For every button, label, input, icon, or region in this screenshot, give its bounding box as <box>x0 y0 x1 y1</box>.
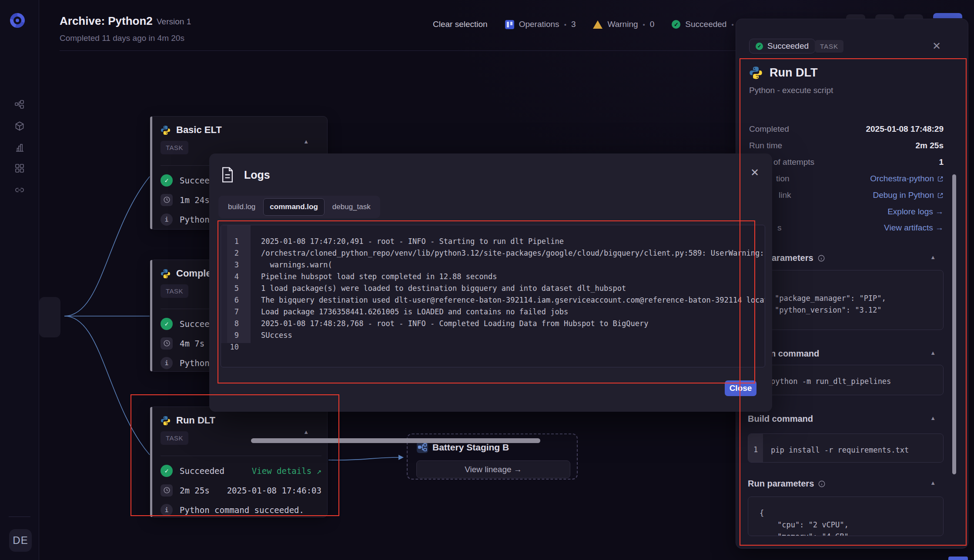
debug-in-python-link[interactable]: Debug in Python <box>873 190 944 200</box>
edge-junction <box>39 297 60 337</box>
clear-selection-button[interactable]: Clear selection <box>433 20 488 29</box>
log-tabs: build.log command.log debug_task <box>218 196 380 218</box>
python-icon <box>161 125 171 135</box>
clock-icon <box>161 484 173 497</box>
version-label: Version 1 <box>157 17 191 27</box>
log-line: 12025-01-08 17:47:20,491 - root - INFO -… <box>221 236 765 247</box>
task-badge: TASK <box>161 141 188 154</box>
hidden-primary-button[interactable] <box>933 13 962 18</box>
grid-icon[interactable] <box>14 163 25 173</box>
app-root: DE Archive: Python2 Version 1 Completed … <box>0 0 974 560</box>
log-line: 10 <box>221 341 765 353</box>
finished-timestamp: 2025-01-08 17:46:03 <box>227 486 321 495</box>
build-command-section-header: Build command <box>748 414 813 424</box>
status-toolbar: Clear selection Operations • 3 Warning •… <box>433 17 777 31</box>
panel-scrollbar[interactable] <box>952 174 956 474</box>
log-line: 3 warnings.warn( <box>221 259 765 271</box>
collapse-icon[interactable]: ▲ <box>930 415 936 421</box>
log-horizontal-scrollbar[interactable] <box>251 438 540 443</box>
operations-filter[interactable]: Operations • 3 <box>505 20 576 29</box>
line-number-gutter: 1 <box>748 434 763 462</box>
python-icon <box>161 269 171 279</box>
collapse-icon[interactable]: ▲ <box>930 350 936 356</box>
info-icon <box>817 254 825 262</box>
run-parameters-section-header: Run parameters <box>748 479 826 489</box>
node-accent-bar <box>150 407 152 517</box>
build-command-code: 1 pip install -r requirements.txt <box>748 433 944 463</box>
chart-icon[interactable] <box>14 142 25 153</box>
log-line: 7Load package 1736358441.6261005 is LOAD… <box>221 306 765 318</box>
succeeded-icon: ✓ <box>672 20 680 29</box>
log-viewer: 12025-01-08 17:47:20,491 - root - INFO -… <box>221 225 765 367</box>
explore-logs-link[interactable]: Explore logs → <box>887 207 944 217</box>
close-button[interactable]: Close <box>725 380 756 396</box>
link-icon[interactable] <box>14 185 25 195</box>
succeeded-filter[interactable]: ✓ Succeeded • 3 <box>672 20 743 29</box>
tab-command-log[interactable]: command.log <box>263 198 325 216</box>
python-command-section-header: n command <box>770 349 819 359</box>
python-command-code: 1 python -m run_dlt_pipelines <box>748 365 944 395</box>
lineage-icon <box>417 442 428 453</box>
log-line: 6The bigquery destination used dlt-user@… <box>221 294 765 306</box>
collapse-icon[interactable]: ▲ <box>303 429 309 435</box>
operations-icon <box>505 20 514 29</box>
logs-modal: Logs ✕ build.log command.log debug_task … <box>209 153 772 412</box>
orchestra-python-link[interactable]: Orchestra-python <box>870 174 944 183</box>
cube-icon[interactable] <box>14 121 25 131</box>
check-icon: ✓ <box>161 465 173 477</box>
header-divider <box>60 50 736 51</box>
task-type-badge: TASK <box>815 40 843 53</box>
log-line: 51 load package(s) were loaded to destin… <box>221 283 765 294</box>
log-line: 82025-01-08 17:48:28,768 - root - INFO -… <box>221 318 765 330</box>
node-run-dlt[interactable]: Run DLT TASK ▲ ✓ Succeeded View details … <box>150 407 328 517</box>
collapse-icon[interactable]: ▲ <box>303 138 309 145</box>
sidebar-divider <box>9 517 30 517</box>
page-title: Archive: Python2 <box>60 14 153 28</box>
tab-debug-task[interactable]: debug_task <box>326 199 377 215</box>
detail-row: Run time 2m 25s <box>736 141 968 157</box>
run-parameters-code: { "cpu": "2 vCPU", "memory": "4 GB" <box>748 497 944 536</box>
close-icon[interactable]: ✕ <box>932 41 941 51</box>
collapse-icon[interactable]: ▲ <box>930 480 936 486</box>
tab-build-log[interactable]: build.log <box>222 199 261 215</box>
node-status-row: ✓ Succeeded View details ↗ <box>161 461 321 480</box>
warning-filter[interactable]: Warning • 0 <box>593 20 654 29</box>
log-line: 2/orchestra/cloned_python_repo/venv/lib/… <box>221 247 765 259</box>
node-title: Basic ELT <box>176 124 222 136</box>
node-runtime-row: 2m 25s 2025-01-08 17:46:03 <box>161 480 321 500</box>
page-subtitle: Completed 11 days ago in 4m 20s <box>60 33 184 43</box>
log-line: 9SUccess <box>221 330 765 341</box>
corner-widget-button[interactable] <box>948 557 968 560</box>
clock-icon <box>161 337 173 350</box>
user-avatar[interactable]: DE <box>9 529 32 552</box>
collapse-icon[interactable]: ▲ <box>930 254 936 260</box>
info-icon: i <box>161 357 173 369</box>
view-details-link[interactable]: View details ↗ <box>252 466 321 476</box>
document-icon <box>220 167 235 183</box>
task-badge: TASK <box>161 431 188 445</box>
node-title: Battery Staging B <box>432 442 509 453</box>
view-lineage-button[interactable]: View lineage → <box>416 460 570 478</box>
info-icon: i <box>161 504 173 516</box>
node-title: Run DLT <box>176 415 215 426</box>
python-icon <box>749 66 763 80</box>
sidebar: DE <box>0 0 39 560</box>
task-badge: TASK <box>161 284 188 298</box>
external-link-icon <box>937 192 944 199</box>
info-icon: i <box>161 213 173 226</box>
check-icon: ✓ <box>756 43 763 50</box>
modal-title: Logs <box>244 169 270 181</box>
node-accent-bar <box>150 117 152 229</box>
python-icon <box>161 416 171 426</box>
orchestra-logo-icon[interactable] <box>10 13 25 28</box>
view-artifacts-link[interactable]: View artifacts → <box>884 223 944 233</box>
node-accent-bar <box>150 260 152 371</box>
pipeline-icon[interactable] <box>14 99 25 110</box>
status-badge: ✓ Succeeded <box>749 39 815 53</box>
warning-icon <box>593 20 602 29</box>
close-icon[interactable]: ✕ <box>750 167 759 178</box>
check-icon: ✓ <box>161 174 173 187</box>
panel-title: Run DLT <box>770 66 817 80</box>
detail-row: Completed 2025-01-08 17:48:29 <box>736 124 968 141</box>
node-info-row: i Python command succeeded. <box>161 500 321 520</box>
